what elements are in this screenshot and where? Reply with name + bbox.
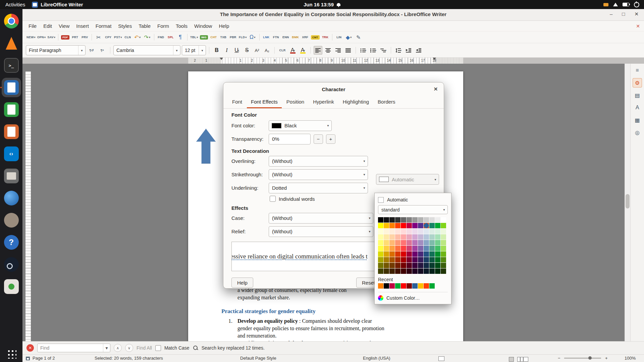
- color-swatch[interactable]: [412, 240, 418, 245]
- new-style-button[interactable]: ¶+: [98, 46, 107, 55]
- relief-dropdown[interactable]: (Without): [269, 226, 373, 237]
- page-count[interactable]: Page 1 of 2: [33, 356, 55, 361]
- recent-color-swatch[interactable]: [424, 283, 429, 289]
- save-button[interactable]: SAV▾: [47, 33, 56, 42]
- dock-writer-icon[interactable]: [2, 78, 21, 97]
- color-swatch[interactable]: [424, 246, 429, 251]
- vertical-scrollbar[interactable]: [625, 64, 630, 341]
- color-swatch[interactable]: [395, 268, 400, 274]
- color-swatch[interactable]: [441, 268, 446, 274]
- color-swatch[interactable]: [395, 251, 400, 257]
- color-swatch[interactable]: [429, 240, 435, 245]
- numbering-button[interactable]: ▾: [369, 46, 378, 55]
- line-spacing-button[interactable]: ▾: [394, 46, 403, 55]
- find-next-button[interactable]: ∨: [125, 344, 133, 352]
- color-swatch[interactable]: [407, 268, 412, 274]
- increase-indent-button[interactable]: [404, 46, 413, 55]
- color-swatch[interactable]: [418, 246, 423, 251]
- undo-button[interactable]: ↶▾: [133, 33, 142, 42]
- selection-mode-icon[interactable]: [438, 356, 444, 361]
- sidebar-navigator-icon[interactable]: ◎: [633, 128, 642, 137]
- color-swatch[interactable]: [435, 229, 440, 234]
- tab-font[interactable]: Font: [228, 96, 246, 108]
- color-swatch[interactable]: [435, 217, 440, 223]
- recent-color-swatch[interactable]: [407, 283, 412, 289]
- dock-firefox-icon[interactable]: [2, 188, 21, 208]
- close-button[interactable]: ✕: [634, 11, 639, 17]
- color-swatch[interactable]: [407, 246, 412, 251]
- font-color-button[interactable]: A ▾: [288, 46, 297, 55]
- strikethrough-button[interactable]: S: [243, 46, 251, 55]
- insert-page-break-button[interactable]: PBR: [228, 33, 238, 42]
- color-swatch[interactable]: [441, 229, 446, 234]
- color-swatch[interactable]: [407, 223, 412, 228]
- formatting-marks-button[interactable]: ¶: [176, 33, 185, 42]
- menu-tools[interactable]: Tools: [172, 22, 191, 30]
- color-swatch[interactable]: [378, 223, 383, 228]
- zoom-slider-thumb[interactable]: [588, 356, 592, 360]
- color-swatch[interactable]: [395, 229, 400, 234]
- tab-borders[interactable]: Borders: [374, 96, 399, 108]
- find-and-replace-button[interactable]: FND: [156, 33, 166, 42]
- color-swatch[interactable]: [384, 229, 389, 234]
- color-swatch[interactable]: [395, 257, 400, 262]
- paste-button[interactable]: PST▾: [113, 33, 123, 42]
- color-swatch[interactable]: [389, 229, 395, 234]
- insert-bookmark-button[interactable]: BMK: [291, 33, 300, 42]
- color-swatch[interactable]: [435, 234, 440, 240]
- freeform-line-button[interactable]: ✎: [354, 33, 363, 42]
- spelling-button[interactable]: SPL: [166, 33, 175, 42]
- color-swatch[interactable]: [424, 257, 429, 262]
- color-swatch[interactable]: [384, 234, 389, 240]
- align-center-button[interactable]: [324, 46, 332, 55]
- font-size-combo[interactable]: 12 pt: [182, 45, 206, 55]
- align-left-button[interactable]: [314, 46, 322, 55]
- insert-cross-reference-button[interactable]: XRF: [301, 33, 310, 42]
- find-history-dropdown[interactable]: ▾: [103, 344, 110, 352]
- color-swatch[interactable]: [395, 240, 400, 245]
- cut-button[interactable]: ✂: [94, 33, 103, 42]
- color-swatch[interactable]: [378, 246, 383, 251]
- new-document-button[interactable]: NEW▾: [26, 33, 36, 42]
- color-swatch[interactable]: [429, 246, 435, 251]
- dock-help-icon[interactable]: [2, 233, 21, 252]
- menu-table[interactable]: Table: [135, 22, 154, 30]
- align-right-button[interactable]: [334, 46, 342, 55]
- color-swatch[interactable]: [424, 229, 429, 234]
- recent-color-swatch[interactable]: [389, 283, 395, 289]
- color-swatch[interactable]: [395, 223, 400, 228]
- color-swatch[interactable]: [389, 234, 395, 240]
- color-swatch[interactable]: [441, 217, 446, 223]
- color-swatch[interactable]: [389, 246, 395, 251]
- color-swatch[interactable]: [401, 257, 406, 262]
- custom-color-option[interactable]: Custom Color…: [378, 292, 448, 301]
- menu-window[interactable]: Window: [191, 22, 215, 30]
- find-previous-button[interactable]: ∧: [114, 344, 122, 352]
- dialog-titlebar[interactable]: Character ✕: [223, 82, 444, 96]
- vertical-ruler[interactable]: [25, 71, 31, 341]
- insert-line-button[interactable]: LIN: [334, 33, 344, 42]
- color-swatch[interactable]: [418, 223, 423, 228]
- dock-calc-icon[interactable]: [2, 100, 21, 119]
- color-swatch[interactable]: [384, 246, 389, 251]
- color-swatch[interactable]: [378, 229, 383, 234]
- recent-color-swatch[interactable]: [401, 283, 406, 289]
- color-swatch[interactable]: [401, 217, 406, 223]
- recent-color-swatch[interactable]: [429, 283, 435, 289]
- left-indent-marker[interactable]: [220, 58, 223, 60]
- highlight-color-button[interactable]: A ▾: [299, 46, 307, 55]
- color-swatch[interactable]: [418, 229, 423, 234]
- basic-shapes-button[interactable]: ◆▾: [344, 33, 354, 42]
- color-swatch[interactable]: [395, 234, 400, 240]
- color-swatch[interactable]: [412, 257, 418, 262]
- color-swatch[interactable]: [401, 246, 406, 251]
- color-swatch[interactable]: [435, 246, 440, 251]
- color-swatch[interactable]: [384, 251, 389, 257]
- color-swatch[interactable]: [435, 223, 440, 228]
- color-swatch[interactable]: [441, 257, 446, 262]
- color-swatch[interactable]: [412, 268, 418, 274]
- zoom-slider[interactable]: [564, 358, 601, 359]
- dock-gimp-icon[interactable]: [2, 210, 21, 230]
- italic-button[interactable]: I: [222, 46, 231, 55]
- font-color-dropdown[interactable]: Black: [269, 120, 332, 131]
